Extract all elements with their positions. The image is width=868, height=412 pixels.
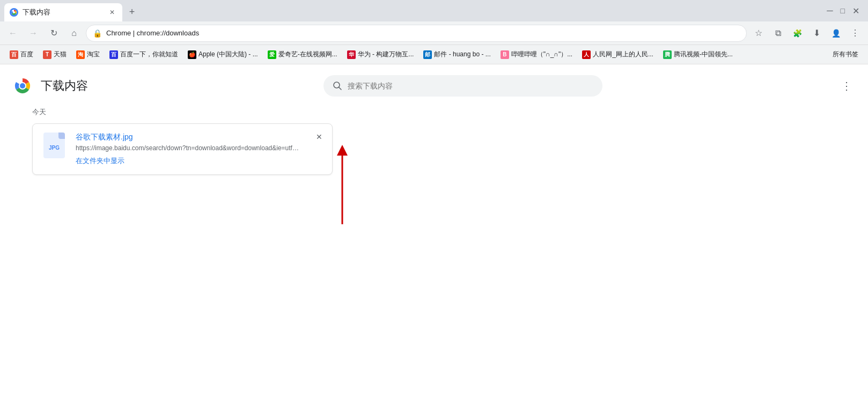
- bookmark-label-huawei: 华为 - 构建万物互...: [358, 50, 414, 59]
- forward-icon: →: [29, 28, 38, 38]
- more-options-button[interactable]: ⋮: [847, 25, 864, 42]
- bookmark-taobao[interactable]: 淘 淘宝: [72, 48, 104, 61]
- bookmark-favicon-baidu: 百: [10, 50, 18, 59]
- extensions-button[interactable]: 🧩: [789, 25, 806, 42]
- title-bar: 下载内容 ✕ + ─ □ ✕: [0, 0, 868, 21]
- tab-title: 下载内容: [23, 8, 103, 17]
- tab-close-button[interactable]: ✕: [107, 8, 117, 17]
- bookmark-tencent[interactable]: 腾 腾讯视频-中国领先...: [659, 48, 737, 61]
- address-bar[interactable]: 🔒 Chrome | chrome://downloads: [86, 25, 747, 42]
- bookmark-label-tencent: 腾讯视频-中国领先...: [674, 50, 733, 59]
- active-tab[interactable]: 下载内容 ✕: [4, 3, 122, 21]
- close-icon: ✕: [316, 133, 322, 141]
- tab-favicon: [10, 8, 18, 17]
- bookmark-favicon-renmin: 人: [582, 50, 591, 59]
- profile-button[interactable]: 👤: [827, 25, 844, 42]
- reload-button[interactable]: ↻: [45, 25, 62, 42]
- bookmark-favicon-bili: B: [501, 50, 509, 59]
- bookmark-favicon-tencent: 腾: [663, 50, 672, 59]
- file-type-icon: JPG: [43, 133, 65, 158]
- title-bar-controls: ─ □ ✕: [825, 0, 862, 21]
- bookmark-huawei[interactable]: 华 华为 - 构建万物互...: [343, 48, 418, 61]
- file-icon-label: JPG: [49, 145, 60, 151]
- maximize-button[interactable]: □: [838, 5, 847, 16]
- bookmark-favicon-mail: 邮: [423, 50, 432, 59]
- downloads-button[interactable]: ⬇: [808, 25, 825, 42]
- tab-search-icon: ⧉: [775, 28, 781, 38]
- bookmark-label-baidu: 百度: [20, 50, 33, 59]
- svg-point-1: [13, 11, 15, 13]
- bookmark-iqiyi[interactable]: 爱 爱奇艺-在线视频网...: [263, 48, 342, 61]
- bookmark-apple[interactable]: 🍎 Apple (中国大陆) - ...: [183, 48, 262, 61]
- bookmark-renmin[interactable]: 人 人民网_网上的人民...: [578, 48, 658, 61]
- download-info: 谷歌下载素材.jpg https://image.baidu.com/searc…: [76, 133, 323, 166]
- bookmark-label-mail: 邮件 - huang bo - ...: [434, 50, 490, 59]
- section-label: 今天: [32, 107, 836, 117]
- profile-icon: 👤: [832, 29, 841, 38]
- bookmark-favicon-taobao: 淘: [76, 50, 85, 59]
- page-header: 下载内容 ⋮: [0, 64, 868, 102]
- bookmark-label-renmin: 人民网_网上的人民...: [593, 50, 653, 59]
- home-icon: ⌂: [71, 28, 77, 38]
- svg-point-4: [20, 83, 25, 89]
- search-bar-container: [97, 75, 829, 97]
- bookmarks-bar: 百 百度 T 天猫 淘 淘宝 百 百度一下，你就知道 🍎 Apple (中国大陆…: [0, 45, 868, 64]
- new-tab-button[interactable]: +: [124, 4, 139, 19]
- download-filename-link[interactable]: 谷歌下载素材.jpg: [76, 133, 323, 142]
- more-options-icon: ⋮: [851, 28, 859, 38]
- download-item: JPG 谷歌下载素材.jpg https://image.baidu.com/s…: [32, 123, 333, 175]
- chrome-logo: [13, 76, 32, 95]
- bookmark-label-apple: Apple (中国大陆) - ...: [198, 50, 258, 59]
- downloads-icon: ⬇: [813, 28, 820, 38]
- more-menu-button[interactable]: ⋮: [838, 77, 855, 94]
- bookmark-baidu[interactable]: 百 百度: [5, 48, 38, 61]
- back-icon: ←: [9, 28, 17, 38]
- bookmark-favicon-apple: 🍎: [188, 50, 196, 59]
- download-url: https://image.baidu.com/search/down?tn=d…: [76, 144, 301, 152]
- home-button[interactable]: ⌂: [65, 25, 83, 42]
- downloads-content: 今天 JPG 谷歌下载素材.jpg https://image.baidu.co…: [0, 102, 868, 180]
- downloads-page: 下载内容 ⋮ 今天 JPG 谷歌下载素材.jpg: [0, 64, 868, 412]
- forward-button[interactable]: →: [25, 25, 42, 42]
- bookmark-favicon-iqiyi: 爱: [268, 50, 276, 59]
- bookmark-bili[interactable]: B 哔哩哔哩（"∩_∩"）...: [496, 48, 577, 61]
- toolbar: ← → ↻ ⌂ 🔒 Chrome | chrome://downloads ☆ …: [0, 21, 868, 45]
- search-input[interactable]: [348, 82, 593, 90]
- bookmark-label-iqiyi: 爱奇艺-在线视频网...: [278, 50, 337, 59]
- all-bookmarks-label: 所有书签: [833, 50, 858, 59]
- bookmark-label-baidu2: 百度一下，你就知道: [120, 50, 178, 59]
- more-menu-icon: ⋮: [841, 79, 852, 92]
- minimize-button[interactable]: ─: [825, 5, 835, 17]
- bookmark-label-bili: 哔哩哔哩（"∩_∩"）...: [511, 50, 572, 59]
- bookmark-favicon-huawei: 华: [347, 50, 356, 59]
- close-button[interactable]: ✕: [850, 5, 862, 17]
- show-in-folder-link[interactable]: 在文件夹中显示: [76, 156, 323, 166]
- tab-search-button[interactable]: ⧉: [769, 25, 786, 42]
- toolbar-actions: ☆ ⧉ 🧩 ⬇ 👤 ⋮: [750, 25, 864, 42]
- search-icon: [333, 81, 342, 91]
- svg-line-6: [339, 87, 342, 90]
- extensions-icon: 🧩: [793, 29, 802, 38]
- bookmark-baidu2[interactable]: 百 百度一下，你就知道: [105, 48, 182, 61]
- bookmark-mail[interactable]: 邮 邮件 - huang bo - ...: [419, 48, 495, 61]
- bookmark-favicon-baidu2: 百: [109, 50, 118, 59]
- page-title: 下载内容: [41, 78, 88, 94]
- all-bookmarks-button[interactable]: 所有书签: [828, 48, 863, 61]
- bookmark-button[interactable]: ☆: [750, 25, 767, 42]
- bookmark-icon: ☆: [755, 28, 762, 38]
- bookmark-label-tianmao: 天猫: [54, 50, 67, 59]
- search-bar[interactable]: [323, 75, 602, 97]
- lock-icon: 🔒: [93, 29, 102, 38]
- bookmark-label-taobao: 淘宝: [87, 50, 100, 59]
- download-close-button[interactable]: ✕: [313, 130, 326, 143]
- reload-icon: ↻: [50, 28, 57, 38]
- bookmark-favicon-tianmao: T: [43, 50, 52, 59]
- download-file-icon: JPG: [41, 133, 67, 158]
- back-button[interactable]: ←: [4, 25, 21, 42]
- address-text: Chrome | chrome://downloads: [106, 29, 740, 37]
- bookmark-tianmao[interactable]: T 天猫: [39, 48, 71, 61]
